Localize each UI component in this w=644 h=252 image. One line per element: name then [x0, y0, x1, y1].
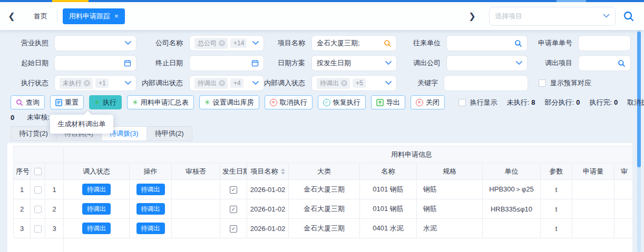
query-button[interactable]: 查询 — [11, 95, 45, 109]
project-name-input[interactable]: 金石大厦三期; — [311, 35, 397, 51]
action-toolbar: 查询 重置 ✳ 执行 ✳ 用料申请汇总表 ✳ 设置调出库房 ✕ 取消执行 ✓ 恢… — [11, 95, 644, 109]
operation-badge[interactable]: 待调出 — [136, 203, 165, 215]
search-icon[interactable] — [384, 39, 392, 47]
tab-pending-order[interactable]: 待订货(2) — [11, 126, 56, 141]
start-date-input[interactable] — [54, 55, 136, 71]
selected-tag: 待调出✕ — [194, 78, 228, 89]
cell-category: 金石大厦三期 — [289, 180, 360, 199]
checked-checkbox[interactable]: ✓ — [230, 186, 237, 194]
show-budget-checkbox[interactable] — [539, 79, 546, 87]
cell-project-name: 2026-01-02 — [247, 219, 289, 238]
set-outbound-warehouse-button[interactable]: ✳ 设置调出库房 — [199, 95, 259, 109]
internal-in-status-select[interactable]: 待调出✕ +5 — [311, 75, 397, 91]
company-name-select[interactable]: 总公司✕ +14 — [189, 35, 264, 51]
end-date-input[interactable] — [189, 55, 264, 71]
transfer-out-company-select[interactable] — [446, 55, 528, 71]
date-scheme-label: 日期方案 — [264, 58, 305, 68]
cancel-execution-button[interactable]: ✕ 取消执行 — [265, 95, 313, 109]
resume-execution-button[interactable]: ✓ 恢复执行 — [318, 95, 366, 109]
tabs-scroll-left-icon[interactable]: ❮ — [6, 11, 17, 21]
close-tab-icon[interactable]: × — [114, 12, 119, 20]
export-icon — [376, 99, 384, 106]
cell-category: 金石大厦三期 — [289, 219, 360, 238]
search-icon[interactable] — [618, 59, 626, 67]
transfer-out-project-input[interactable] — [578, 55, 631, 71]
operation-badge[interactable]: 待调出 — [136, 223, 165, 234]
chevron-down-icon — [252, 81, 259, 85]
tabs-scroll-right-icon[interactable]: ❯ — [467, 11, 477, 21]
circle-x-icon: ✕ — [416, 99, 423, 106]
row-select-checkbox[interactable] — [34, 206, 42, 213]
project-name-value: 金石大厦三期; — [317, 38, 384, 48]
remove-tag-icon[interactable]: ✕ — [341, 80, 347, 86]
business-license-label: 营业执照 — [7, 38, 48, 48]
selected-tag: 总公司✕ — [194, 38, 228, 49]
transfer-in-status-badge[interactable]: 待调出 — [82, 184, 111, 195]
execution-status-select[interactable]: 未执行✕ +1 — [54, 75, 136, 91]
project-select-input[interactable]: 选择项目 — [489, 7, 616, 26]
cell-select — [31, 219, 45, 238]
checked-checkbox[interactable]: ✓ — [230, 225, 237, 233]
export-button[interactable]: 导出 — [371, 95, 405, 109]
show-budget-label: 显示预算对应 — [550, 78, 591, 88]
cell-transfer-in-status: 待调出 — [64, 180, 130, 199]
cell-param: t — [541, 219, 572, 238]
internal-in-status-label: 内部调入状态 — [264, 78, 305, 88]
col-header-unit: 单位 — [483, 163, 541, 180]
transfer-out-project-label: 调出项目 — [528, 58, 572, 68]
cell-operation: 待调出 — [130, 199, 172, 219]
checked-checkbox[interactable]: ✓ — [230, 206, 237, 213]
trading-unit-label: 往来单位 — [397, 38, 441, 48]
chevron-down-icon — [385, 61, 392, 65]
cell-project-name: 2026-01-02 — [247, 180, 289, 199]
row-select-checkbox[interactable] — [34, 186, 42, 194]
cell-unit: HRB335≤φ10 — [483, 199, 541, 219]
global-search-icon[interactable] — [623, 11, 635, 22]
tab-label: 用料申请跟踪 — [69, 12, 110, 21]
row-select-checkbox[interactable] — [34, 225, 42, 233]
tab-home[interactable]: 首页 — [26, 12, 55, 21]
operation-badge[interactable]: 待调出 — [136, 184, 165, 195]
cell-operation: 待调出 — [130, 180, 172, 199]
project-select-placeholder: 选择项目 — [495, 12, 603, 21]
stat-executed: 执行完:0 — [589, 98, 618, 107]
group-header-blank — [14, 146, 64, 163]
transfer-in-status-badge[interactable]: 待调出 — [82, 203, 111, 215]
cell-operation: 待调出 — [130, 219, 172, 238]
cell-audit — [614, 199, 633, 219]
application-no-input[interactable] — [578, 35, 631, 51]
trading-unit-input[interactable] — [446, 35, 528, 51]
transfer-in-status-badge[interactable]: 待调出 — [82, 223, 111, 234]
reset-icon — [55, 99, 62, 106]
close-button[interactable]: ✕ 关闭 — [411, 95, 445, 109]
wrap-display-label: 换行显示 — [470, 98, 497, 107]
asterisk-icon: ✳ — [132, 99, 138, 106]
material-request-summary-button[interactable]: ✳ 用料申请汇总表 — [127, 95, 194, 109]
sort-icon[interactable] — [281, 168, 285, 175]
remove-tag-icon[interactable]: ✕ — [84, 80, 90, 86]
execute-button[interactable]: ✳ 执行 — [89, 95, 122, 109]
remove-tag-icon[interactable]: ✕ — [219, 80, 225, 86]
more-tags-count: +14 — [230, 38, 247, 48]
col-header-category: 大类 — [289, 163, 360, 180]
keyword-input[interactable] — [444, 75, 528, 91]
stat-cancelled: 取消执行: — [627, 98, 644, 107]
tab-pending-owner-supply[interactable]: 待甲供(2) — [147, 126, 192, 141]
business-license-select[interactable] — [54, 35, 136, 51]
wrap-display-checkbox[interactable] — [458, 99, 466, 106]
reset-button[interactable]: 重置 — [50, 95, 84, 109]
application-no-label: 申请单单号 — [528, 38, 572, 48]
col-header-project-name[interactable]: 项目名称 — [247, 163, 289, 180]
internal-out-status-select[interactable]: 待调出✕ +4 — [189, 75, 264, 91]
company-name-label: 公司名称 — [136, 38, 183, 48]
tab-material-request-tracking[interactable]: 用料申请跟踪 × — [63, 8, 125, 24]
search-icon[interactable] — [514, 39, 522, 47]
remove-tag-icon[interactable]: ✕ — [219, 40, 225, 46]
date-scheme-value: 按发生日期 — [317, 58, 385, 68]
cell-row-index: 1 — [45, 180, 64, 199]
date-scheme-select[interactable]: 按发生日期 — [311, 55, 397, 71]
cell-spec: 水泥 — [417, 219, 483, 238]
col-header-audited: 审核否 — [172, 163, 220, 180]
select-all-checkbox[interactable] — [34, 168, 42, 175]
table-row: 11待调出待调出✓2026-01-02金石大厦三期0101 钢筋钢筋HPB300… — [14, 180, 633, 199]
